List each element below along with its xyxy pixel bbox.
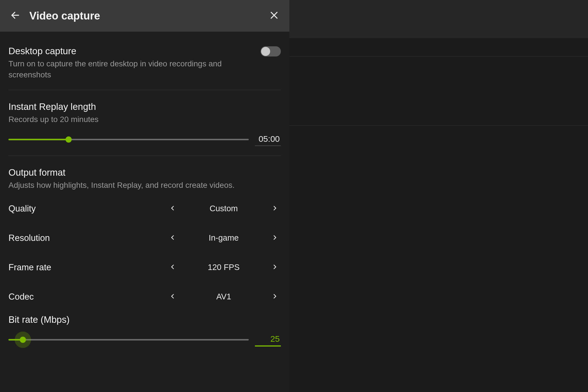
slider-thumb[interactable] (65, 136, 72, 143)
resolution-label: Resolution (8, 233, 167, 243)
panel-body: Desktop capture Turn on to capture the e… (0, 32, 289, 392)
slider-fill (8, 139, 69, 140)
background-divider (289, 56, 588, 56)
quality-value: Custom (179, 204, 268, 213)
frame-rate-prev-button[interactable] (167, 261, 179, 274)
quality-stepper: Custom (167, 202, 281, 215)
frame-rate-stepper: 120 FPS (167, 261, 281, 274)
resolution-next-button[interactable] (268, 232, 281, 244)
instant-replay-value[interactable]: 05:00 (255, 133, 281, 146)
bit-rate-label: Bit rate (Mbps) (8, 314, 281, 325)
arrow-left-icon (10, 10, 20, 21)
chevron-left-icon (170, 263, 176, 272)
bit-rate-value[interactable]: 25 (255, 333, 281, 347)
toggle-knob (261, 47, 270, 56)
chevron-left-icon (170, 292, 176, 302)
instant-replay-slider[interactable] (8, 136, 249, 143)
slider-thumb[interactable] (20, 337, 26, 343)
codec-value: AV1 (179, 292, 268, 301)
divider (8, 156, 281, 156)
close-button[interactable] (267, 9, 281, 23)
instant-replay-desc: Records up to 20 minutes (8, 114, 240, 125)
option-row-resolution: ResolutionIn-game (8, 223, 281, 253)
chevron-right-icon (272, 233, 277, 243)
option-row-quality: QualityCustom (8, 194, 281, 223)
chevron-left-icon (170, 233, 176, 243)
desktop-capture-desc: Turn on to capture the entire desktop in… (8, 58, 240, 80)
instant-replay-title: Instant Replay length (8, 101, 281, 112)
chevron-left-icon (170, 204, 176, 214)
bit-rate-slider[interactable] (8, 336, 249, 343)
background-divider (289, 125, 588, 126)
chevron-right-icon (272, 292, 277, 302)
quality-next-button[interactable] (268, 202, 281, 215)
option-row-codec: CodecAV1 (8, 282, 281, 312)
frame-rate-value: 120 FPS (179, 263, 268, 272)
resolution-prev-button[interactable] (167, 232, 179, 244)
frame-rate-next-button[interactable] (268, 261, 281, 274)
back-button[interactable] (8, 9, 22, 23)
codec-stepper: AV1 (167, 291, 281, 303)
quality-label: Quality (8, 204, 167, 214)
slider-track (8, 339, 249, 340)
resolution-value: In-game (179, 233, 268, 243)
codec-prev-button[interactable] (167, 291, 179, 303)
divider (8, 90, 281, 90)
section-output-format: Output format Adjusts how highlights, In… (8, 167, 281, 194)
option-row-frame-rate: Frame rate120 FPS (8, 253, 281, 282)
section-desktop-capture: Desktop capture Turn on to capture the e… (8, 46, 281, 90)
desktop-capture-toggle[interactable] (261, 46, 281, 56)
section-bit-rate: Bit rate (Mbps) 25 (8, 312, 281, 356)
output-format-desc: Adjusts how highlights, Instant Replay, … (8, 180, 240, 191)
panel-header: Video capture (0, 0, 289, 32)
chevron-right-icon (272, 204, 277, 214)
panel-title: Video capture (29, 10, 260, 22)
close-icon (269, 10, 279, 21)
section-instant-replay: Instant Replay length Records up to 20 m… (8, 101, 281, 155)
desktop-capture-title: Desktop capture (8, 46, 252, 56)
frame-rate-label: Frame rate (8, 262, 167, 273)
codec-next-button[interactable] (268, 291, 281, 303)
resolution-stepper: In-game (167, 232, 281, 244)
quality-prev-button[interactable] (167, 202, 179, 215)
codec-label: Codec (8, 292, 167, 302)
chevron-right-icon (272, 263, 277, 272)
video-capture-panel: Video capture Desktop capture Turn on to… (0, 0, 289, 392)
output-format-title: Output format (8, 167, 281, 178)
